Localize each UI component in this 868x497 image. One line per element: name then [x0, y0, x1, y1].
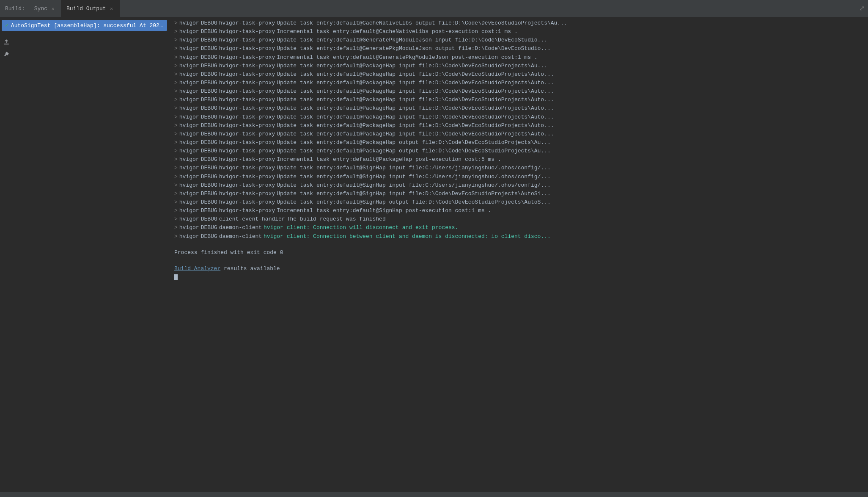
- log-message: Incremental task entry:default@GenerateP…: [277, 53, 537, 62]
- prompt-symbol: >: [174, 147, 178, 155]
- console-line: >hvigor DEBUG daemon-clienthvigor client…: [169, 224, 868, 232]
- console-line: >hvigor DEBUG hvigor-task-proxyUpdate ta…: [169, 181, 868, 190]
- log-message: The build request was finished: [287, 215, 386, 224]
- sidebar: ✓ AutoSignTest [assembleHap]: successful…: [0, 17, 169, 492]
- prompt-symbol: >: [174, 104, 178, 113]
- component-name: hvigor-task-proxy: [219, 147, 275, 155]
- tab-build-output[interactable]: Build Output ✕: [61, 0, 120, 17]
- log-message: Incremental task entry:default@SignHap p…: [277, 207, 491, 215]
- process-finished-message: Process finished with exit code 0: [169, 248, 868, 257]
- log-level: DEBUG: [201, 70, 217, 79]
- log-message: Update task entry:default@GeneratePkgMod…: [277, 44, 551, 53]
- text-cursor: [174, 274, 178, 280]
- prog-name: hvigor: [179, 96, 199, 104]
- sidebar-icons: [0, 35, 169, 61]
- log-level: DEBUG: [201, 198, 217, 207]
- log-message: Incremental task entry:default@PackageHa…: [277, 155, 501, 164]
- console-line: >hvigor DEBUG hvigor-task-proxyUpdate ta…: [169, 36, 868, 44]
- component-name: hvigor-task-proxy: [219, 207, 275, 215]
- console-line: >hvigor DEBUG hvigor-task-proxyUpdate ta…: [169, 79, 868, 87]
- prog-name: hvigor: [179, 44, 199, 53]
- prog-name: hvigor: [179, 224, 199, 232]
- build-analyzer-suffix: results available: [220, 265, 280, 272]
- build-analyzer-link[interactable]: Build Analyzer: [174, 265, 220, 272]
- log-message: Update task entry:default@PackageHap inp…: [277, 70, 554, 79]
- prompt-symbol: >: [174, 44, 178, 53]
- prog-name: hvigor: [179, 155, 199, 164]
- log-level: DEBUG: [201, 121, 217, 130]
- prog-name: hvigor: [179, 198, 199, 207]
- log-level: DEBUG: [201, 224, 217, 232]
- component-name: client-event-handler: [219, 215, 285, 224]
- log-level: DEBUG: [201, 147, 217, 155]
- component-name: hvigor-task-proxy: [219, 130, 275, 138]
- export-icon[interactable]: [2, 38, 11, 47]
- log-level: DEBUG: [201, 190, 217, 198]
- prompt-symbol: >: [174, 215, 178, 224]
- prog-name: hvigor: [179, 164, 199, 172]
- log-message: Update task entry:default@SignHap input …: [277, 181, 551, 190]
- blank-line-2: [169, 257, 868, 265]
- component-name: hvigor-task-proxy: [219, 36, 275, 44]
- prompt-symbol: >: [174, 121, 178, 130]
- log-message: Update task entry:default@PackageHap inp…: [277, 62, 547, 70]
- prompt-symbol: >: [174, 53, 178, 62]
- console-line: >hvigor DEBUG hvigor-task-proxyUpdate ta…: [169, 190, 868, 198]
- console-line: >hvigor DEBUG hvigor-task-proxyUpdate ta…: [169, 121, 868, 130]
- prog-name: hvigor: [179, 113, 199, 121]
- log-level: DEBUG: [201, 19, 217, 28]
- tab-build-output-label: Build Output: [66, 6, 106, 12]
- component-name: daemon-client: [219, 224, 262, 232]
- cursor-line: [169, 273, 868, 282]
- prompt-symbol: >: [174, 79, 178, 87]
- log-message: Update task entry:default@PackageHap out…: [277, 138, 551, 147]
- prog-name: hvigor: [179, 28, 199, 36]
- blank-line: [169, 241, 868, 248]
- log-message: Update task entry:default@SignHap output…: [277, 198, 551, 207]
- horizontal-scrollbar[interactable]: [0, 492, 868, 497]
- prog-name: hvigor: [179, 181, 199, 190]
- prompt-symbol: >: [174, 28, 178, 36]
- console-line: >hvigor DEBUG hvigor-task-proxyIncrement…: [169, 155, 868, 164]
- log-level: DEBUG: [201, 79, 217, 87]
- log-level: DEBUG: [201, 155, 217, 164]
- tab-bar: Build: Sync ✕ Build Output ✕ ⤢: [0, 0, 868, 17]
- maximize-icon[interactable]: ⤢: [859, 4, 868, 13]
- console-line: >hvigor DEBUG hvigor-task-proxyUpdate ta…: [169, 44, 868, 53]
- log-level: DEBUG: [201, 53, 217, 62]
- prog-name: hvigor: [179, 147, 199, 155]
- pin-icon[interactable]: [2, 50, 11, 59]
- log-level: DEBUG: [201, 232, 217, 241]
- console-line: >hvigor DEBUG hvigor-task-proxyIncrement…: [169, 53, 868, 62]
- prog-name: hvigor: [179, 121, 199, 130]
- log-message: Update task entry:default@PackageHap inp…: [277, 104, 554, 113]
- console-line: >hvigor DEBUG hvigor-task-proxyUpdate ta…: [169, 96, 868, 104]
- console-line: >hvigor DEBUG hvigor-task-proxyIncrement…: [169, 28, 868, 36]
- log-level: DEBUG: [201, 36, 217, 44]
- component-name: hvigor-task-proxy: [219, 181, 275, 190]
- prompt-symbol: >: [174, 19, 178, 28]
- console-line: >hvigor DEBUG hvigor-task-proxyUpdate ta…: [169, 19, 868, 28]
- component-name: hvigor-task-proxy: [219, 96, 275, 104]
- component-name: hvigor-task-proxy: [219, 79, 275, 87]
- tab-build-output-close-icon[interactable]: ✕: [109, 6, 115, 11]
- console-line: >hvigor DEBUG client-event-handlerThe bu…: [169, 215, 868, 224]
- tab-sync-close-icon[interactable]: ✕: [50, 6, 56, 11]
- prompt-symbol: >: [174, 130, 178, 138]
- log-level: DEBUG: [201, 96, 217, 104]
- prompt-symbol: >: [174, 190, 178, 198]
- log-message: hvigor client: Connection between client…: [264, 232, 551, 241]
- build-task-item[interactable]: ✓ AutoSignTest [assembleHap]: successful…: [2, 20, 167, 31]
- prompt-symbol: >: [174, 62, 178, 70]
- component-name: hvigor-task-proxy: [219, 28, 275, 36]
- prog-name: hvigor: [179, 130, 199, 138]
- prompt-symbol: >: [174, 207, 178, 215]
- log-message: Incremental task entry:default@CacheNati…: [277, 28, 518, 36]
- log-message: Update task entry:default@PackageHap inp…: [277, 79, 554, 87]
- sidebar-toolbar: ✓ AutoSignTest [assembleHap]: successful…: [0, 17, 169, 33]
- prompt-symbol: >: [174, 232, 178, 241]
- tab-sync[interactable]: Sync ✕: [29, 0, 61, 17]
- prog-name: hvigor: [179, 79, 199, 87]
- component-name: hvigor-task-proxy: [219, 198, 275, 207]
- console-output[interactable]: >hvigor DEBUG hvigor-task-proxyUpdate ta…: [169, 17, 868, 492]
